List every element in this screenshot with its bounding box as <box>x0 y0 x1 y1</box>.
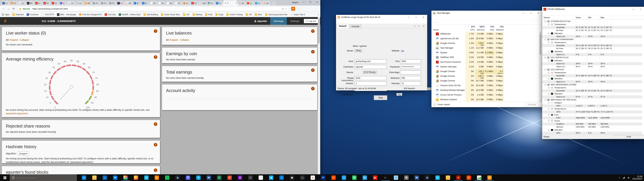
sensor-row[interactable]: − Space (f:) 28 % 28 % 28 % <box>542 62 642 65</box>
taskbar-search[interactable] <box>10 174 77 181</box>
taskbar-app-icon[interactable] <box>360 174 370 181</box>
browser-tab[interactable]: (6) ✕ <box>190 1 199 6</box>
sensor-row[interactable]: − Fans <box>542 114 642 116</box>
minimize-button[interactable]: — <box>520 11 527 16</box>
browser-tab[interactable]: La ✕ <box>66 1 76 6</box>
sensor-row[interactable]: − ST2000DL003-9VT166 <box>542 20 642 23</box>
collapse-box-icon[interactable]: − <box>548 102 550 104</box>
browser-tab[interactable]: Fa ✕ <box>116 1 125 6</box>
taskbar-ebay-icon[interactable] <box>308 174 318 181</box>
taskmanager-tab[interactable] <box>459 22 464 24</box>
bookmark-item[interactable]: Online Trading <box>226 14 243 16</box>
extension-icon[interactable]: P <box>291 7 295 11</box>
expand-chevron-icon[interactable]: › <box>433 33 433 35</box>
process-amazon-drive[interactable]: › Amazon Drive (32 bit) 0% 23.5 MB 0 MB/… <box>432 83 540 88</box>
process-list-scrollbar[interactable]: ∧ ∨ <box>539 32 542 102</box>
fewer-details-toggle[interactable]: ∧ Fewer details <box>433 103 450 106</box>
taskbar-app-icon[interactable] <box>193 174 204 181</box>
max-column[interactable]: Max <box>600 16 604 19</box>
scrollbar-thumb[interactable] <box>318 18 320 44</box>
browser-restore-button[interactable]: ❐ <box>307 0 314 4</box>
end-task-button[interactable]: End task <box>525 102 539 107</box>
network-column[interactable]: Network <box>494 29 504 31</box>
sensor-row[interactable]: − GPU 2982 RPM 1101 RPM 3103 RPM <box>542 116 642 120</box>
taskmanager-tab[interactable] <box>433 22 437 25</box>
collapse-box-icon[interactable]: − <box>548 78 550 80</box>
collapse-box-icon[interactable]: − <box>548 60 550 61</box>
password-key-icon[interactable]: ⚿ <box>282 7 284 10</box>
collapse-box-icon[interactable]: − <box>548 87 550 88</box>
bookmark-item[interactable]: BBC - Homepage <box>57 14 76 16</box>
scroll-down-icon[interactable]: ∨ <box>539 100 542 102</box>
sensor-row[interactable]: − Air Flow 35 °C (95 °F) 34 °C (93 °F) 3… <box>542 47 642 50</box>
process-explorer[interactable]: › Windows Explorer 0% 13.0 MB 0 MB/s 0 M… <box>432 97 540 102</box>
thread-concurrency-input[interactable]: 8192 <box>354 76 387 80</box>
taskbar-app-icon[interactable] <box>276 174 287 181</box>
bookmark-item[interactable]: Super Hub 3 <box>290 14 305 16</box>
process-interrupts[interactable]: › System interrupts 0.1% 0 MB 0 MB/s 0 M… <box>432 64 540 69</box>
sensor-row[interactable]: − Temperatures <box>542 86 642 89</box>
browser-tab[interactable]: De ✕ <box>9 1 18 6</box>
expand-chevron-icon[interactable]: › <box>433 47 433 49</box>
minimize-button[interactable]: — <box>405 15 412 20</box>
sensor-row[interactable]: − Utilization <box>542 59 642 62</box>
taskbar-app-icon[interactable] <box>349 174 360 181</box>
browser-tab[interactable]: Hc ✕ <box>254 1 263 6</box>
bookmark-item[interactable]: Apps <box>2 14 10 16</box>
tray-chevron-icon[interactable]: ∧ <box>619 176 620 179</box>
intensity-input[interactable]: 13 <box>400 82 421 86</box>
disk-column[interactable]: Disk <box>485 29 494 31</box>
collapse-box-icon[interactable]: − <box>544 39 546 40</box>
cpu-column[interactable]: CPU <box>466 29 475 31</box>
process-softether[interactable]: › SoftEther VPN 0.2% 4.6 MB 0 MB/s 0 Mbp… <box>432 55 540 60</box>
taskmanager-tab[interactable] <box>442 22 446 24</box>
process-taskmanager[interactable]: › Task Manager 1.1% 12.2 MB 0 MB/s 0 Mbp… <box>432 46 540 50</box>
collapse-box-icon[interactable]: − <box>548 24 550 25</box>
password-arguments-link[interactable]: password arguments. <box>6 112 28 115</box>
sensor-row[interactable]: − Utilization <box>542 77 642 80</box>
taskbar-clock[interactable]: 01:45 13/12/2017 <box>632 175 642 180</box>
taskbar-app-icon[interactable] <box>464 174 474 181</box>
new-tab-button[interactable] <box>272 2 276 6</box>
algorithm-dropdown[interactable]: Scrypt ▾ <box>18 152 29 156</box>
taskbar-app-icon[interactable] <box>432 174 443 181</box>
scrollbar-thumb[interactable] <box>540 34 541 54</box>
min-column[interactable]: Min <box>588 16 591 19</box>
sensor-row[interactable]: − Utilization <box>542 92 642 95</box>
collapse-box-icon[interactable]: − <box>548 42 550 43</box>
user-menu[interactable]: wpunter <box>251 20 270 22</box>
process-hwmonitor[interactable]: › HWMonitor 1.7% 2.0 MB 0 MB/s 0 Mbps <box>432 32 540 36</box>
taskbar-app-icon[interactable] <box>256 174 266 181</box>
taskbar-app-icon[interactable] <box>339 174 349 181</box>
taskbar-app-icon[interactable] <box>162 174 172 181</box>
help-icon[interactable]: ? <box>311 29 314 33</box>
bookmark-item[interactable]: VR <box>246 14 252 16</box>
taskbar-app-icon[interactable] <box>412 174 422 181</box>
tab-close-icon[interactable]: ✕ <box>236 2 237 4</box>
browser-tab[interactable]: He ✕ <box>262 1 271 6</box>
browser-tab[interactable]: Bo ✕ <box>140 1 150 6</box>
taskbar-ie-icon[interactable] <box>141 174 152 181</box>
memory-column[interactable]: Memory <box>475 29 484 31</box>
bookmarks-overflow-icon[interactable]: » <box>318 13 319 16</box>
search-input[interactable] <box>16 176 66 179</box>
process-dwm[interactable]: › Desktop Window Manager 0% 19.4 MB 0 MB… <box>432 88 540 93</box>
volume-icon[interactable]: ◀) <box>628 176 630 179</box>
sensor-row[interactable]: − GPU 1.210 V 0.825 V 1.210 V <box>542 104 642 108</box>
sensor-row[interactable]: − AMD Radeon HD 7800 Series <box>542 98 642 102</box>
browser-tab[interactable]: New Ta ✕ <box>198 1 207 6</box>
address-bar[interactable]: 🔒 Secure https://prohashing.com/person.h… <box>17 6 289 11</box>
browser-tab[interactable]: BT ✕ <box>132 1 142 6</box>
help-icon[interactable]: ? <box>154 55 157 59</box>
sensor-row[interactable]: − Air Flow 31 °C (87 °F) 31 °C (87 °F) 3… <box>542 29 642 32</box>
bookmark-item[interactable]: bet365 - Online Spor <box>119 14 140 16</box>
taskbar-folder-icon[interactable] <box>443 174 453 181</box>
page-scrollbar[interactable] <box>318 17 320 174</box>
tab-default[interactable]: Default* <box>337 24 349 28</box>
maximize-button[interactable]: □ <box>527 11 535 16</box>
help-icon[interactable]: ? <box>154 29 157 33</box>
sensor-row[interactable]: − Utilization <box>542 32 642 35</box>
taskbar-word-icon[interactable] <box>204 174 214 181</box>
collapse-box-icon[interactable]: − <box>544 20 546 22</box>
process-chrome[interactable]: › Google Chrome 0% 230.7 MB 0 MB/s 0 Mbp… <box>432 74 540 78</box>
